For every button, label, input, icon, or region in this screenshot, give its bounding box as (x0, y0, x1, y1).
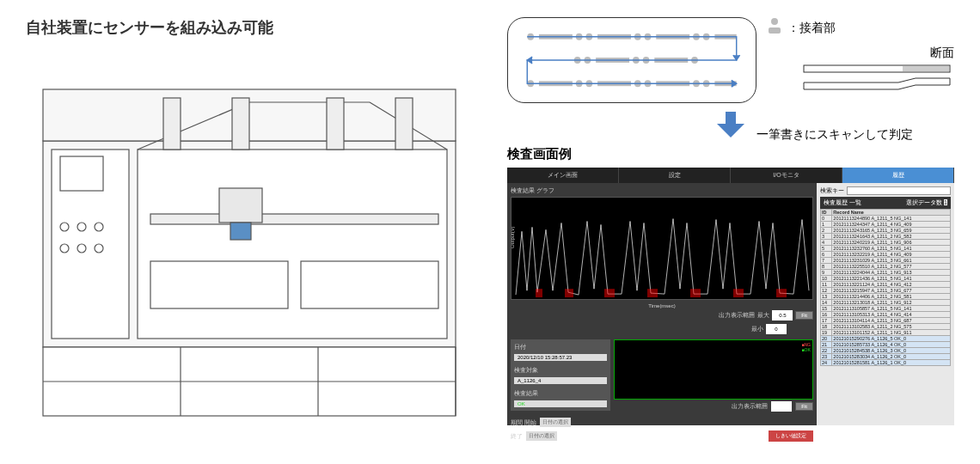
svg-rect-3 (60, 156, 103, 191)
search-input[interactable] (847, 186, 951, 195)
date-end-select[interactable]: 日付の選択 (526, 431, 557, 441)
table-row[interactable]: 1120121113221124 A_1211_4 NG_412 (821, 282, 951, 288)
th-record: Record Name (832, 210, 951, 216)
svg-rect-61 (536, 289, 542, 297)
range-max-input[interactable]: 0.5 (772, 310, 793, 321)
svg-rect-60 (903, 66, 949, 71)
svg-rect-15 (232, 98, 249, 150)
range-min-label: 最小 (751, 325, 763, 333)
svg-rect-10 (138, 150, 447, 339)
machine-illustration (26, 55, 473, 424)
table-row[interactable]: 720121113231029 A_1211_3 NG_661 (821, 258, 951, 264)
svg-rect-64 (647, 289, 658, 297)
output-range-label-2: 出力表示範囲 (732, 402, 768, 411)
search-key-label: 検索キー (820, 186, 844, 195)
svg-rect-67 (776, 289, 787, 297)
svg-rect-22 (301, 261, 438, 308)
range-max-label: 最大 (757, 311, 769, 320)
sub-heading: 検査画面例 (507, 146, 954, 162)
info-result-value: OK (514, 400, 607, 407)
table-row[interactable]: 2320121015283034 A_1126_2 OK_0 (821, 354, 951, 360)
threshold-button[interactable]: しきい値設定 (769, 430, 813, 442)
table-row[interactable]: 320121113241643 A_1211_2 NG_582 (821, 234, 951, 240)
info-target-label: 検査対象 (514, 366, 557, 375)
cross-section-label: 断面 (767, 46, 954, 61)
range-min-input[interactable]: 0 (766, 324, 787, 334)
info-date-label: 日付 (514, 343, 557, 351)
svg-rect-16 (327, 98, 344, 150)
svg-rect-17 (395, 98, 413, 150)
table-row[interactable]: 1720121113104114 A_1211_3 NG_687 (821, 318, 951, 324)
ok-legend: ■OK (801, 347, 810, 352)
svg-point-7 (60, 244, 69, 253)
th-id: ID (821, 210, 832, 216)
table-row[interactable]: 420121113240219 A_1211_1 NG_906 (821, 240, 951, 246)
table-row[interactable]: 520121113232760 A_1211_5 NG_141 (821, 246, 951, 252)
svg-rect-18 (150, 214, 438, 224)
tab-main[interactable]: メイン画面 (507, 168, 619, 183)
table-row[interactable]: 2120121015285733 A_1126_4 OK_0 (821, 342, 951, 348)
table-row[interactable]: 1320121113214406 A_1211_2 NG_581 (821, 294, 951, 300)
period-end-label: 終了 (511, 432, 523, 441)
svg-point-4 (60, 223, 69, 231)
svg-point-6 (95, 223, 103, 231)
table-row[interactable]: 1520121113105857 A_1211_5 NG_141 (821, 306, 951, 312)
table-row[interactable]: 2020121015290276 A_1126_5 OK_0 (821, 336, 951, 342)
info-date-value: 2020/12/10 15:28:57.23 (514, 354, 607, 361)
adhesion-label: ：接着部 (787, 21, 836, 36)
table-row[interactable]: 2220121015284538 A_1126_3 OK_0 (821, 348, 951, 354)
cross-section-diagram (799, 61, 954, 95)
heading-left: 自社装置にセンサーを組み込み可能 (26, 17, 473, 38)
svg-point-8 (77, 244, 86, 253)
svg-rect-20 (230, 223, 251, 240)
table-row[interactable]: 1620121113105313 A_1211_4 NG_414 (821, 312, 951, 318)
svg-rect-66 (733, 289, 744, 297)
table-row[interactable]: 1920121113101152 A_1211_1 NG_911 (821, 330, 951, 336)
svg-rect-19 (219, 188, 262, 223)
svg-point-5 (77, 223, 86, 231)
svg-text:Output(V): Output(V) (511, 226, 515, 248)
history-table: ID Record Name 020121113244890 A_1211_5 … (820, 209, 951, 366)
svg-rect-62 (565, 289, 573, 297)
svg-rect-65 (690, 289, 701, 297)
tab-bar: メイン画面 設定 I/Oモニタ 履歴 (507, 168, 954, 183)
table-row[interactable]: 1820121113102583 A_1211_2 NG_575 (821, 324, 951, 330)
table-row[interactable]: 1020121113221436 A_1211_5 NG_141 (821, 276, 951, 282)
fit-button-2[interactable]: Fit (795, 402, 813, 411)
tab-settings[interactable]: 設定 (619, 168, 731, 183)
svg-rect-14 (163, 98, 181, 150)
svg-point-9 (95, 244, 103, 253)
table-row[interactable]: 1420121113213018 A_1211_1 NG_912 (821, 300, 951, 306)
svg-rect-21 (150, 261, 288, 308)
date-start-select[interactable]: 日付の選択 (540, 418, 571, 427)
graph-title: 検査結果 グラフ (511, 186, 813, 195)
range-input-2[interactable] (771, 401, 792, 412)
svg-rect-63 (604, 289, 615, 297)
adhesion-legend: ：接着部 (767, 17, 954, 39)
tab-io[interactable]: I/Oモニタ (731, 168, 842, 183)
main-output-graph: Output(V) (511, 197, 813, 300)
info-target-value: A_1126_4 (514, 377, 607, 384)
svg-point-57 (771, 18, 778, 25)
inspection-screenshot: メイン画面 設定 I/Oモニタ 履歴 検査結果 グラフ (507, 168, 954, 425)
output-range-label: 出力表示範囲 (719, 311, 755, 320)
table-row[interactable]: 920121113224044 A_1211_1 NG_913 (821, 270, 951, 276)
scan-caption: 一筆書きにスキャンして判定 (756, 127, 954, 143)
data-count: 1 (944, 199, 947, 205)
graph-xlabel: Time(msec) (511, 303, 813, 308)
tab-history[interactable]: 履歴 (842, 168, 954, 183)
table-row[interactable]: 2420121015281581 A_1126_1 OK_0 (821, 360, 951, 366)
history-title-bar: 検査履歴 一覧 選択データ数 1 (820, 197, 951, 209)
period-start-label: 期間 開始 (511, 418, 536, 427)
scan-path-diagram (507, 17, 756, 103)
fit-button[interactable]: Fit (795, 311, 813, 320)
info-result-label: 検査結果 (514, 389, 557, 398)
table-row[interactable]: 820121113225510 A_1211_2 NG_577 (821, 264, 951, 270)
svg-rect-58 (769, 27, 781, 34)
table-row[interactable]: 120121113244347 A_1211_4 NG_409 (821, 222, 951, 228)
adhesion-icon (767, 17, 782, 39)
table-row[interactable]: 220121113243165 A_1211_3 NG_659 (821, 228, 951, 234)
table-row[interactable]: 1220121113215947 A_1211_3 NG_677 (821, 288, 951, 294)
table-row[interactable]: 620121113232219 A_1211_4 NG_409 (821, 252, 951, 258)
table-row[interactable]: 020121113244890 A_1211_5 NG_141 (821, 216, 951, 222)
